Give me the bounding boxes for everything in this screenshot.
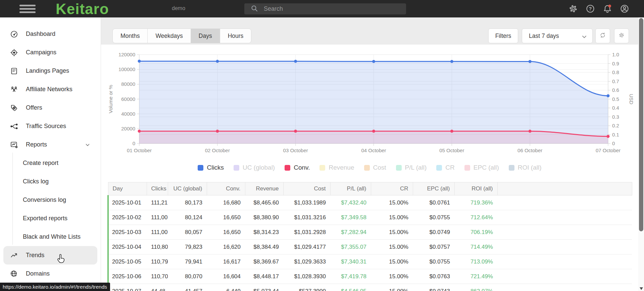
sidebar-subitem-exported-reports[interactable]: Exported reports (0, 209, 101, 228)
tab-hours[interactable]: Hours (220, 29, 251, 43)
column-header-p-l-all-[interactable]: P/L (all) (330, 182, 371, 195)
sidebar-subitem-clicks-log[interactable]: Clicks log (0, 172, 101, 191)
offers-tag-icon: $ (10, 104, 18, 112)
cell-cost: $1,028.3930 (283, 269, 330, 284)
legend-swatch (509, 165, 514, 171)
cell-roi-all-: 712.64% (454, 210, 497, 225)
table-row[interactable]: 2025-10-04110,8079,82316,620$8,384.49$1,… (108, 240, 632, 254)
legend-item-cr[interactable]: CR (436, 164, 454, 171)
trends-icon (10, 251, 18, 259)
sidebar-subitem-create-report[interactable]: Create report (0, 154, 101, 172)
svg-text:USD: USD (629, 94, 634, 105)
cell-conv-: 16,617 (207, 254, 245, 269)
column-header-roi-all-[interactable]: ROI (all) (454, 182, 497, 195)
cell-conv-: 16,680 (207, 195, 245, 210)
sidebar-item-dashboard[interactable]: Dashboard (3, 25, 97, 43)
sidebar-item-domains[interactable]: Domains (3, 265, 97, 283)
cell-revenue: $5,073.44 (245, 284, 283, 291)
svg-text:05 October: 05 October (439, 148, 464, 153)
table-row[interactable]: 2025-10-01111,2180,17316,680$8,465.60$1,… (108, 195, 632, 210)
account-icon[interactable] (620, 4, 629, 13)
settings-gear-icon[interactable] (568, 4, 578, 13)
cell-uc-global-: 41,457 (168, 284, 207, 291)
sidebar-item-offers[interactable]: $Offers (3, 99, 97, 117)
legend-swatch (436, 165, 442, 171)
cell-cost: $1,031.3216 (283, 210, 330, 225)
search-input[interactable] (263, 5, 391, 13)
legend-item-revenue[interactable]: Revenue (319, 164, 354, 171)
affiliate-networks-icon (10, 85, 18, 94)
sidebar-item-affiliate-networks[interactable]: Affiliate Networks (3, 80, 97, 99)
legend-item-cost[interactable]: Cost (364, 164, 386, 171)
refresh-button[interactable] (595, 28, 610, 43)
table-row[interactable]: 2025-10-05110,7979,94116,617$8,369.67$1,… (108, 254, 632, 269)
legend-item-conv-[interactable]: Conv. (285, 164, 310, 171)
page-scrollbar[interactable] (638, 17, 644, 291)
sidebar-item-traffic-sources[interactable]: Traffic Sources (3, 117, 97, 135)
column-header-epc-all-[interactable]: EPC (all) (413, 182, 454, 195)
sidebar-subitem-conversions-log[interactable]: Conversions log (0, 191, 101, 209)
cell-epc-all-: $0.0755 (413, 210, 454, 225)
column-header-day[interactable]: Day (108, 182, 147, 195)
svg-text:0.4: 0.4 (612, 105, 619, 111)
sidebar-item-landings-pages[interactable]: Landings Pages (3, 62, 97, 80)
main-content: MonthsWeekdaysDaysHours Filters Last 7 d… (101, 17, 638, 291)
table-row[interactable]: 2025-10-06110,7080,07016,604$8,448.17$1,… (108, 269, 632, 284)
column-header-conv-[interactable]: Conv. (207, 182, 245, 195)
sidebar-item-label: Landings Pages (26, 67, 69, 74)
scrollbar-thumb[interactable] (639, 18, 643, 231)
cell-day: 2025-10-04 (108, 240, 147, 254)
legend-item-p-l-all-[interactable]: P/L (all) (396, 164, 427, 171)
date-range-select[interactable]: Last 7 days (522, 28, 593, 43)
svg-text:?: ? (589, 6, 592, 11)
cell-revenue: $8,380.90 (245, 210, 283, 225)
cell-cost: $1,033.1989 (283, 195, 330, 210)
hamburger-menu-icon[interactable] (19, 5, 36, 13)
help-icon[interactable]: ? (586, 4, 595, 13)
trends-line-chart[interactable]: 02000040000600008000010000012000000.10.2… (101, 45, 638, 159)
legend-item-clicks[interactable]: Clicks (198, 164, 224, 171)
cell-p-l-all-: $4,546.05 (330, 284, 371, 291)
legend-item-epc-all-[interactable]: EPC (all) (464, 164, 499, 171)
legend-swatch (198, 165, 203, 171)
svg-text:0.8: 0.8 (612, 69, 619, 75)
column-header-cost[interactable]: Cost (283, 182, 330, 195)
sidebar: DashboardCampaignsLandings PagesAffiliat… (0, 17, 101, 291)
campaigns-target-icon (10, 49, 18, 57)
cell-roi-all-: 719.36% (454, 195, 497, 210)
filters-button[interactable]: Filters (488, 28, 518, 43)
column-header-uc-global-[interactable]: UC (global) (168, 182, 207, 195)
cell-conv-: 16,650 (207, 210, 245, 225)
sidebar-item-label: Affiliate Networks (26, 86, 72, 93)
report-settings-button[interactable] (614, 28, 629, 43)
cell-revenue: $8,369.67 (245, 254, 283, 269)
cell-p-l-all-: $7,419.78 (330, 269, 371, 284)
global-search[interactable] (244, 3, 406, 14)
sidebar-item-reports[interactable]: Reports (3, 135, 97, 154)
cell-cost: $527.3900 (283, 284, 330, 291)
column-header-clicks[interactable]: Clicks (147, 182, 168, 195)
cell-epc-all-: $0.0761 (413, 195, 454, 210)
tab-days[interactable]: Days (191, 29, 220, 43)
tab-weekdays[interactable]: Weekdays (148, 29, 191, 43)
reports-chart-icon (10, 141, 18, 149)
column-header-cr[interactable]: CR (371, 182, 413, 195)
legend-item-roi-all-[interactable]: ROI (all) (509, 164, 542, 171)
sidebar-item-trends[interactable]: Trends (3, 246, 97, 265)
cell-p-l-all-: $7,355.07 (330, 240, 371, 254)
table-row[interactable]: 2025-10-02111,0080,12416,650$8,380.90$1,… (108, 210, 632, 225)
notification-badge (608, 5, 611, 7)
table-row[interactable]: 2025-10-0744,4841,4576,449$5,073.44$527.… (108, 284, 632, 291)
cell-cr: 15.00% (371, 240, 413, 254)
tab-months[interactable]: Months (113, 29, 148, 43)
svg-text:0.7: 0.7 (612, 78, 619, 84)
table-row[interactable]: 2025-10-03111,0080,05716,650$8,314.23$1,… (108, 225, 632, 240)
cell-p-l-all-: $7,432.40 (330, 195, 371, 210)
column-header-revenue[interactable]: Revenue (245, 182, 283, 195)
sidebar-item-campaigns[interactable]: Campaigns (3, 43, 97, 62)
cell-uc-global-: 80,173 (168, 195, 207, 210)
notifications-bell-icon[interactable] (603, 4, 612, 13)
sidebar-subitem-black-and-white-lists[interactable]: Black and White Lists (0, 228, 101, 246)
svg-text:02 October: 02 October (205, 148, 230, 153)
legend-item-uc-global-[interactable]: UC (global) (234, 164, 275, 171)
